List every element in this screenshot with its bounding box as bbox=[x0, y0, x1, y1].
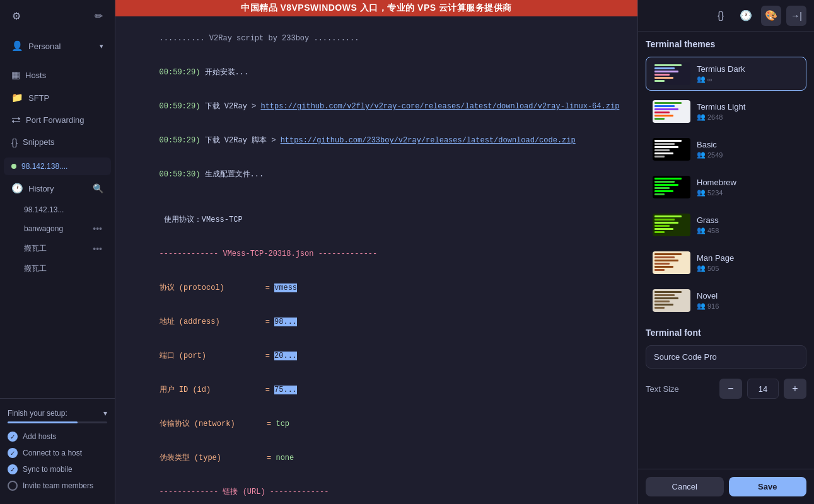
terminal-container[interactable]: .......... V2Ray script by 233boy ......… bbox=[115, 16, 637, 504]
theme-info-basic: Basic 👥 2549 bbox=[697, 140, 799, 159]
collapse-panel-button[interactable]: →| bbox=[786, 6, 806, 26]
history-item-4[interactable]: 搬瓦工 bbox=[4, 259, 111, 278]
theme-item-novel[interactable]: Novel 👥 916 bbox=[646, 284, 806, 318]
history-header: 🕐 History 🔍 bbox=[4, 178, 111, 199]
theme-item-termius-dark[interactable]: Termius Dark 👥 ∞ bbox=[646, 57, 806, 91]
save-button[interactable]: Save bbox=[729, 477, 807, 496]
sidebar-item-snippets[interactable]: {} Snippets bbox=[4, 132, 111, 152]
personal-label: Personal bbox=[28, 42, 61, 51]
theme-name-termius-light: Termius Light bbox=[697, 102, 799, 112]
snippets-label: Snippets bbox=[23, 137, 55, 147]
theme-preview-grass bbox=[653, 214, 690, 236]
setup-progress-bar bbox=[8, 421, 107, 423]
theme-info-homebrew: Homebrew 👥 5234 bbox=[697, 178, 799, 197]
sidebar-item-hosts[interactable]: ▦ Hosts bbox=[4, 64, 111, 86]
themes-section-title: Terminal themes bbox=[646, 39, 806, 49]
sidebar-item-sftp[interactable]: 📁 SFTP bbox=[4, 87, 111, 108]
theme-item-termius-light[interactable]: Termius Light 👥 2648 bbox=[646, 94, 806, 129]
users-icon: 👥 bbox=[697, 151, 706, 159]
personal-icon: 👤 bbox=[11, 40, 23, 52]
sidebar-item-port-forwarding[interactable]: ⮂ Port Forwarding bbox=[4, 110, 111, 130]
text-size-value: 14 bbox=[747, 379, 779, 399]
term-line-info-network: 传输协议 (network) = tcp bbox=[123, 407, 630, 441]
main-terminal-area: 中国精品 V8VPSWINDOWS 入口，专业的 VPS 云计算服务提供商 ..… bbox=[115, 0, 637, 504]
settings-button[interactable]: ⚙ bbox=[8, 7, 25, 25]
setup-title[interactable]: Finish your setup: ▾ bbox=[8, 409, 107, 418]
setup-item-connect-host[interactable]: ✓ Connect to a host bbox=[8, 445, 107, 461]
text-size-increase-button[interactable]: + bbox=[784, 379, 806, 399]
history-item-4-label: 搬瓦工 bbox=[24, 263, 47, 274]
theme-preview-novel bbox=[653, 289, 690, 312]
history-search-button[interactable]: 🔍 bbox=[93, 183, 103, 193]
invite-team-check-icon bbox=[8, 481, 18, 491]
theme-info-grass: Grass 👥 458 bbox=[697, 215, 799, 234]
history-item-1-label: 98.142.13... bbox=[24, 205, 64, 214]
term-line-info-address: 地址 (address) = 98... bbox=[123, 305, 630, 339]
users-icon: 👥 bbox=[697, 302, 706, 310]
right-panel-content: Terminal themes Termius Dark 👥 ∞ bbox=[638, 32, 814, 469]
users-icon: 👥 bbox=[697, 113, 706, 121]
compose-icon: ✏ bbox=[95, 10, 103, 22]
theme-name-homebrew: Homebrew bbox=[697, 178, 799, 187]
clock-toolbar-button[interactable]: 🕐 bbox=[736, 6, 756, 26]
term-line-4: 00:59:30) 生成配置文件... bbox=[123, 158, 630, 192]
cancel-button[interactable]: Cancel bbox=[646, 477, 724, 496]
ad-banner: 中国精品 V8VPSWINDOWS 入口，专业的 VPS 云计算服务提供商 bbox=[115, 0, 637, 16]
history-item-2-more[interactable]: ••• bbox=[91, 224, 103, 234]
theme-preview-basic bbox=[653, 138, 690, 161]
font-selector-button[interactable]: Source Code Pro bbox=[646, 345, 806, 369]
users-icon: 👥 bbox=[697, 188, 706, 197]
history-item-3-more[interactable]: ••• bbox=[91, 244, 103, 254]
theme-name-termius-dark: Termius Dark bbox=[697, 64, 799, 74]
term-line-info-protocol: 协议 (protocol) = vmess bbox=[123, 271, 630, 305]
users-icon: 👥 bbox=[697, 226, 706, 234]
sidebar-bottom: Finish your setup: ▾ ✓ Add hosts ✓ Conne… bbox=[0, 398, 115, 504]
nav-section: ▦ Hosts 📁 SFTP ⮂ Port Forwarding {} Snip… bbox=[0, 60, 115, 156]
users-icon: 👥 bbox=[697, 75, 706, 83]
setup-item-sync-mobile[interactable]: ✓ Sync to mobile bbox=[8, 461, 107, 478]
sync-mobile-check-icon: ✓ bbox=[8, 464, 18, 474]
theme-users-man-page: 👥 505 bbox=[697, 264, 799, 272]
sftp-icon: 📁 bbox=[11, 92, 23, 103]
theme-preview-termius-dark bbox=[653, 62, 690, 85]
history-item-2[interactable]: banwagong ••• bbox=[4, 219, 111, 238]
right-panel: {} 🕐 🎨 →| Terminal themes Termius Dark bbox=[637, 0, 814, 504]
history-item-3[interactable]: 搬瓦工 ••• bbox=[4, 239, 111, 258]
palette-toolbar-button[interactable]: 🎨 bbox=[761, 6, 781, 26]
theme-grid: Termius Dark 👥 ∞ Termius Light 👥 2 bbox=[646, 57, 806, 318]
plus-icon: + bbox=[792, 383, 798, 394]
theme-users-termius-light: 👥 2648 bbox=[697, 113, 799, 121]
text-size-label: Text Size bbox=[646, 384, 714, 394]
terminal-content[interactable]: .......... V2Ray script by 233boy ......… bbox=[115, 16, 637, 504]
setup-progress-fill bbox=[8, 421, 78, 423]
text-size-decrease-button[interactable]: − bbox=[719, 379, 742, 399]
connected-indicator bbox=[11, 164, 16, 169]
history-icon: 🕐 bbox=[11, 183, 23, 194]
settings-icon: ⚙ bbox=[12, 10, 21, 22]
setup-section: Finish your setup: ▾ ✓ Add hosts ✓ Conne… bbox=[0, 404, 115, 499]
sidebar: ⚙ ✏ 👤 Personal ▾ ▦ Hosts 📁 SFTP ⮂ Port F… bbox=[0, 0, 115, 504]
connected-host-label: 98.142.138.... bbox=[21, 162, 67, 171]
code-toolbar-button[interactable]: {} bbox=[711, 6, 731, 26]
connect-host-label: Connect to a host bbox=[23, 449, 82, 457]
setup-item-add-hosts[interactable]: ✓ Add hosts bbox=[8, 428, 107, 445]
theme-item-grass[interactable]: Grass 👥 458 bbox=[646, 208, 806, 242]
minus-icon: − bbox=[728, 383, 733, 394]
term-line-separator1: ------------- VMess-TCP-20318.json -----… bbox=[123, 237, 630, 271]
theme-users-termius-dark: 👥 ∞ bbox=[697, 75, 799, 83]
history-item-1[interactable]: 98.142.13... bbox=[4, 201, 111, 219]
users-icon: 👥 bbox=[697, 264, 706, 272]
personal-group[interactable]: 👤 Personal ▾ bbox=[4, 35, 111, 57]
port-forwarding-icon: ⮂ bbox=[11, 115, 21, 125]
theme-name-grass: Grass bbox=[697, 215, 799, 225]
theme-item-man-page[interactable]: Man Page 👥 505 bbox=[646, 246, 806, 280]
history-item-2-label: banwagong bbox=[24, 224, 63, 233]
theme-item-homebrew[interactable]: Homebrew 👥 5234 bbox=[646, 170, 806, 204]
connected-host-item[interactable]: 98.142.138.... bbox=[4, 158, 111, 175]
theme-item-basic[interactable]: Basic 👥 2549 bbox=[646, 132, 806, 166]
compose-button[interactable]: ✏ bbox=[90, 7, 107, 25]
theme-info-man-page: Man Page 👥 505 bbox=[697, 253, 799, 272]
right-panel-toolbar: {} 🕐 🎨 →| bbox=[638, 0, 814, 32]
sync-mobile-label: Sync to mobile bbox=[23, 465, 73, 474]
setup-item-invite-team[interactable]: Invite team members bbox=[8, 478, 107, 494]
